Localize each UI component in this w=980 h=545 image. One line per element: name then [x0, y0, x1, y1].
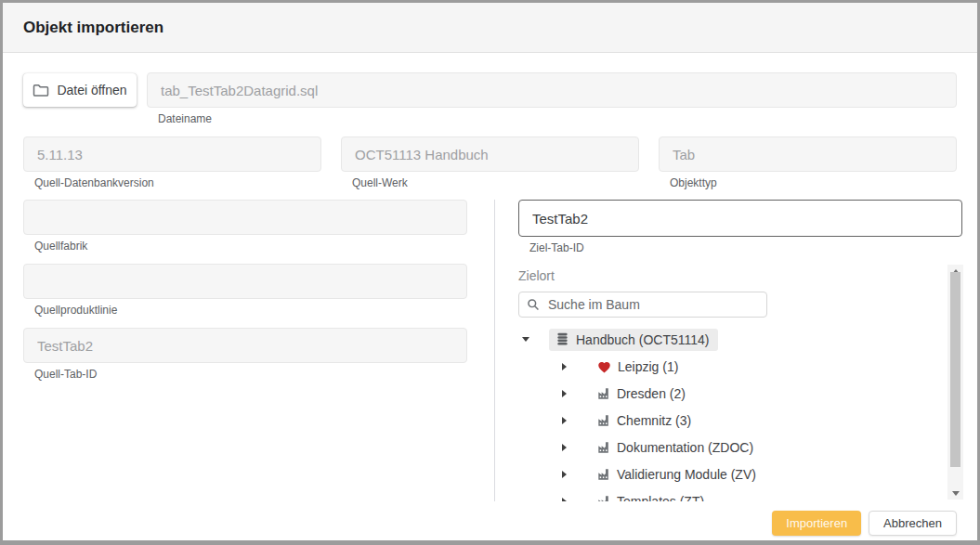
quellfabrik-field — [23, 200, 467, 235]
chevron-right-icon[interactable] — [558, 417, 569, 424]
tree-node-content[interactable]: Handbuch (OCT51114) — [549, 329, 718, 351]
tree-item-label: Templates (ZT) — [617, 494, 704, 502]
tree-item-label: Dresden (2) — [617, 386, 686, 401]
tree-item[interactable]: Handbuch (OCT51114) — [518, 326, 962, 353]
search-icon — [527, 298, 540, 311]
cancel-button[interactable]: Abbrechen — [869, 511, 957, 536]
quell-werk-label: Quell-Werk — [352, 176, 639, 190]
tree-search-box[interactable] — [518, 292, 767, 318]
tree-item-label: Leipzig (1) — [618, 359, 678, 374]
columns: Quellfabrik Quellproduktlinie Quell-Tab-… — [23, 200, 957, 501]
chevron-right-icon[interactable] — [558, 363, 569, 370]
ziel-tab-id-label: Ziel-Tab-ID — [529, 241, 962, 255]
tree-scrollbar[interactable] — [947, 265, 963, 500]
column-divider — [494, 200, 495, 501]
factory-icon — [597, 495, 610, 502]
tree-item-label: Validierung Module (ZV) — [617, 467, 756, 482]
objekttyp-field — [659, 136, 957, 172]
chevron-right-icon[interactable] — [558, 444, 569, 451]
chevron-right-icon[interactable] — [558, 390, 569, 397]
tree-item[interactable]: Templates (ZT) — [518, 487, 962, 501]
target-tree: Handbuch (OCT51114)Leipzig (1)Dresden (2… — [518, 326, 962, 501]
quell-tab-id-label: Quell-Tab-ID — [34, 368, 467, 382]
right-column: Ziel-Tab-ID Zielort Handbuch (OCT51114)L… — [518, 200, 962, 501]
ziel-tab-id-input[interactable] — [518, 200, 962, 237]
file-row: Datei öffnen Dateiname — [23, 72, 957, 126]
db-version-field — [23, 136, 321, 172]
quellfabrik-label: Quellfabrik — [34, 240, 467, 253]
database-icon — [555, 332, 569, 346]
tree-item[interactable]: Chemnitz (3) — [518, 407, 962, 434]
quellproduktlinie-label: Quellproduktlinie — [34, 304, 467, 318]
scrollbar-thumb[interactable] — [950, 272, 960, 467]
db-version-label: Quell-Datenbankversion — [34, 176, 321, 190]
tree-node-content[interactable]: Dresden (2) — [591, 383, 695, 405]
tree-item[interactable]: Dresden (2) — [518, 380, 962, 407]
chevron-right-icon[interactable] — [558, 498, 569, 502]
tree-item[interactable]: Dokumentation (ZDOC) — [518, 434, 962, 461]
tree-node-content[interactable]: Chemnitz (3) — [591, 409, 700, 432]
dialog-body: Datei öffnen Dateiname Quell-Datenbankve… — [3, 53, 977, 536]
chevron-down-icon[interactable] — [520, 337, 531, 342]
import-dialog: Objekt importieren Datei öffnen Dateinam… — [0, 0, 980, 545]
factory-icon — [597, 441, 610, 454]
quell-werk-field — [341, 136, 639, 172]
dialog-title: Objekt importieren — [23, 19, 163, 37]
tree-item[interactable]: Validierung Module (ZV) — [518, 461, 962, 487]
import-button[interactable]: Importieren — [772, 511, 861, 536]
chevron-right-icon[interactable] — [558, 471, 569, 478]
filename-field — [147, 72, 957, 108]
tree-node-content[interactable]: Validierung Module (ZV) — [591, 463, 765, 486]
source-fields-row: Quell-Datenbankversion Quell-Werk Objekt… — [23, 136, 957, 190]
tree-node-content[interactable]: Leipzig (1) — [591, 356, 687, 378]
quellproduktlinie-field — [23, 264, 467, 299]
dialog-header: Objekt importieren — [3, 3, 977, 53]
tree-item-label: Chemnitz (3) — [617, 413, 691, 428]
tree-search-input[interactable] — [546, 296, 759, 313]
zielort-label: Zielort — [518, 268, 962, 283]
tree-item-label: Dokumentation (ZDOC) — [617, 440, 753, 455]
objekttyp-label: Objekttyp — [670, 176, 957, 190]
tree-node-content[interactable]: Dokumentation (ZDOC) — [591, 436, 763, 459]
scroll-down-arrow-icon[interactable] — [947, 487, 963, 500]
factory-icon — [597, 468, 610, 481]
folder-icon — [33, 83, 49, 97]
filename-label: Dateiname — [158, 112, 957, 126]
dialog-footer: Importieren Abbrechen — [23, 511, 957, 536]
tree-node-content[interactable]: Templates (ZT) — [591, 490, 713, 502]
tree-item[interactable]: Leipzig (1) — [518, 353, 962, 380]
left-column: Quellfabrik Quellproduktlinie Quell-Tab-… — [23, 200, 467, 501]
factory-icon — [597, 387, 610, 400]
quell-tab-id-field — [23, 328, 467, 363]
open-file-button-label: Datei öffnen — [57, 83, 126, 97]
heart-icon — [597, 360, 611, 373]
factory-icon — [597, 414, 610, 427]
tree-item-label: Handbuch (OCT51114) — [576, 332, 709, 347]
open-file-button[interactable]: Datei öffnen — [23, 73, 137, 107]
